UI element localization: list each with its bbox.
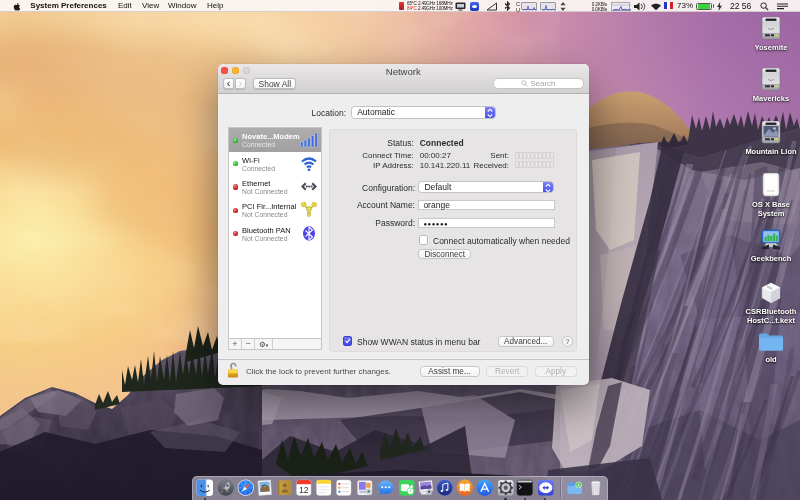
svg-text:12: 12 [299, 485, 309, 495]
